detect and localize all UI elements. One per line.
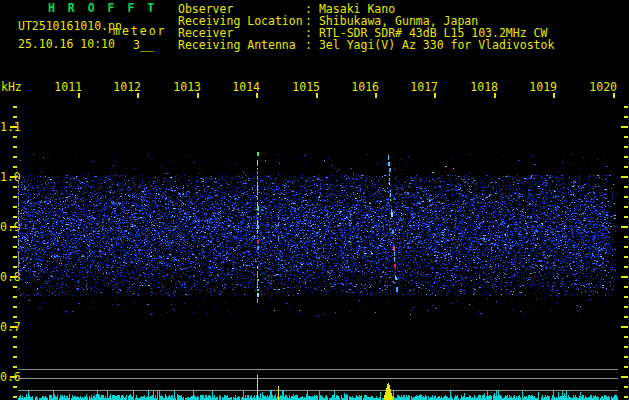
axis-tick [613,93,615,98]
axis-tick [624,186,628,188]
info-label: Receiving Antenna [178,39,305,51]
axis-tick [10,276,17,278]
axis-tick [13,186,17,188]
axis-tick [624,356,628,358]
axis-tick [13,336,17,338]
axis-tick [624,396,628,398]
axis-tick [624,296,628,298]
echo-count-label: 3__ [133,39,154,51]
axis-tick [13,396,17,398]
signal-meter-canvas [18,368,620,400]
datetime-label: 25.10.16 10:10 [18,38,115,50]
axis-tick [553,93,555,98]
axis-tick [256,93,258,98]
axis-tick [13,166,17,168]
axis-tick [13,296,17,298]
axis-tick [13,206,17,208]
time-axis-label: 1016 [349,81,379,93]
axis-tick [624,316,628,318]
time-axis-label: 1018 [468,81,498,93]
axis-tick [621,376,628,378]
axis-tick [13,156,17,158]
info-colon: : [305,39,312,51]
axis-tick [13,386,17,388]
axis-tick [375,93,377,98]
axis-tick [624,216,628,218]
app-title: H R O F F T [48,2,157,14]
time-axis-label: 1011 [52,81,82,93]
axis-tick [316,93,318,98]
time-axis-label: 1017 [408,81,438,93]
axis-tick [10,376,17,378]
axis-tick [621,326,628,328]
axis-tick [624,136,628,138]
spectrogram-canvas [18,104,620,366]
time-axis-label: 1012 [111,81,141,93]
axis-tick [621,276,628,278]
axis-tick [13,196,17,198]
axis-tick [13,346,17,348]
hrofft-screen: H R O F F T UT2510161010.pn meteor 25.10… [0,0,629,400]
axis-tick [624,256,628,258]
axis-tick [13,316,17,318]
axis-tick [621,126,628,128]
axis-tick [624,196,628,198]
axis-tick [10,126,17,128]
axis-tick [10,226,17,228]
axis-tick [13,356,17,358]
axis-tick [197,93,199,98]
axis-tick [10,176,17,178]
axis-tick [13,306,17,308]
output-filename: UT2510161010.pn [18,20,122,32]
axis-tick [621,226,628,228]
axis-tick [13,366,17,368]
axis-tick [624,236,628,238]
time-axis-label: 1013 [171,81,201,93]
axis-tick [624,386,628,388]
info-row: Receiving Antenna:3el Yagi(V) Az 330 for… [178,39,554,51]
axis-tick [624,266,628,268]
axis-tick [494,93,496,98]
axis-tick [624,156,628,158]
axis-tick [13,236,17,238]
station-info-block: Observer:Masaki KanoReceiving Location:S… [178,3,554,51]
axis-tick [13,246,17,248]
axis-tick [434,93,436,98]
time-axis-label: 1015 [290,81,320,93]
axis-tick [13,216,17,218]
axis-tick [13,256,17,258]
axis-tick [624,246,628,248]
axis-tick [624,166,628,168]
axis-tick [624,116,628,118]
axis-tick [10,326,17,328]
axis-tick [624,146,628,148]
axis-tick [13,136,17,138]
info-value: 3el Yagi(V) Az 330 for Vladivostok [319,39,554,51]
axis-tick [13,106,17,108]
axis-tick [78,93,80,98]
axis-tick [621,176,628,178]
axis-tick [13,116,17,118]
axis-tick [137,93,139,98]
axis-tick [13,146,17,148]
time-axis-label: 1019 [527,81,557,93]
freq-unit-label: kHz [1,81,22,93]
axis-tick [624,366,628,368]
time-axis-label: 1014 [230,81,260,93]
axis-tick [624,106,628,108]
axis-tick [13,266,17,268]
axis-tick [624,206,628,208]
time-axis-label: 1020 [587,81,617,93]
axis-tick [624,346,628,348]
meteor-mode-label: meteor [113,25,167,37]
axis-tick [624,286,628,288]
axis-tick [13,286,17,288]
axis-tick [624,306,628,308]
axis-tick [624,336,628,338]
